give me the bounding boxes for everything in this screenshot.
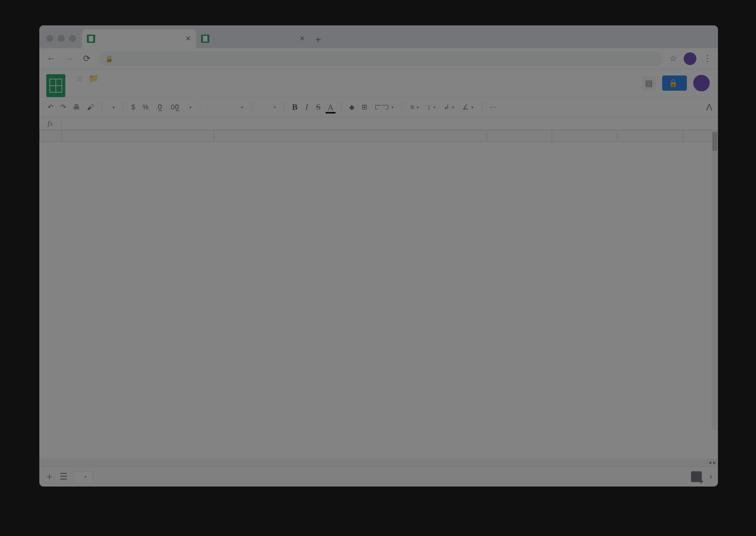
min-window-icon[interactable] <box>58 35 65 42</box>
add-sheet-icon[interactable]: ＋ <box>45 471 54 483</box>
col-header-b[interactable] <box>214 130 487 142</box>
comments-icon[interactable]: ▤ <box>642 76 656 90</box>
tab-strip: ✕ ✕ + <box>39 25 718 48</box>
redo-icon[interactable]: ↷ <box>58 101 69 113</box>
fx-icon: fx <box>39 117 61 130</box>
lock-icon: 🔒 <box>105 55 113 62</box>
toolbar: ↶ ↷ 🖶 🖌 ▾ $ % .0̲ .00̲ ▾ ▾ ▾ B I S A ◆ ⊞… <box>39 97 718 117</box>
bookmark-star-icon[interactable]: ☆ <box>670 53 677 63</box>
window-controls[interactable] <box>43 35 82 48</box>
collapse-toolbar-icon[interactable]: ᐱ <box>706 102 712 113</box>
tab-close-icon[interactable]: ✕ <box>183 35 193 43</box>
sheet-tab-bar: ＋ ☰ ▾ ‹ <box>39 466 718 486</box>
account-avatar[interactable] <box>693 75 710 91</box>
side-panel-toggle-icon[interactable]: ‹ <box>709 472 712 482</box>
font-size-select[interactable]: ▾ <box>257 103 279 111</box>
move-folder-icon[interactable]: 📁 <box>88 74 99 84</box>
merge-cells-icon[interactable]: ⫍⫎▾ <box>372 102 397 113</box>
borders-icon[interactable]: ⊞ <box>359 101 370 113</box>
sheets-favicon-icon <box>201 35 209 43</box>
paint-format-icon[interactable]: 🖌 <box>84 101 96 113</box>
zoom-select[interactable]: ▾ <box>107 103 118 111</box>
vertical-scrollbar[interactable] <box>711 130 718 430</box>
nav-back-icon[interactable]: ← <box>46 53 56 64</box>
all-sheets-icon[interactable]: ☰ <box>60 471 68 482</box>
inc-decimal-icon[interactable]: .00̲ <box>167 101 182 113</box>
close-window-icon[interactable] <box>46 35 53 42</box>
nav-reload-icon[interactable]: ⟳ <box>81 53 92 64</box>
max-window-icon[interactable] <box>69 35 76 42</box>
currency-icon[interactable]: $ <box>128 101 138 113</box>
col-header-e[interactable] <box>617 130 683 142</box>
formula-bar[interactable]: fx <box>39 117 718 130</box>
strike-icon[interactable]: S <box>313 101 323 114</box>
share-button[interactable]: 🔒 <box>662 76 687 91</box>
sheets-logo-icon[interactable] <box>46 74 65 97</box>
dec-decimal-icon[interactable]: .0̲ <box>153 101 165 113</box>
col-header-c[interactable] <box>487 130 552 142</box>
rotate-icon[interactable]: ∠▾ <box>459 102 477 113</box>
lock-icon: 🔒 <box>669 79 678 87</box>
v-align-icon[interactable]: ↕▾ <box>424 102 439 113</box>
wrap-icon[interactable]: ↲▾ <box>441 102 457 113</box>
italic-icon[interactable]: I <box>302 101 312 114</box>
more-icon[interactable]: ⋯ <box>487 101 499 113</box>
omnibox[interactable]: 🔒 <box>99 51 663 66</box>
sheet-menu-icon[interactable]: ▾ <box>84 474 86 479</box>
bold-icon[interactable]: B <box>289 101 300 114</box>
new-tab-button[interactable]: + <box>310 34 326 48</box>
scroll-right-icon[interactable]: ▸ <box>713 459 716 466</box>
fill-color-icon[interactable]: ◆ <box>346 101 357 113</box>
font-select[interactable]: ▾ <box>205 103 247 111</box>
tab-close-icon[interactable]: ✕ <box>297 35 307 43</box>
explore-icon[interactable] <box>691 471 702 482</box>
percent-icon[interactable]: % <box>140 101 151 113</box>
sheet-tab[interactable]: ▾ <box>73 471 93 482</box>
print-icon[interactable]: 🖶 <box>70 101 82 113</box>
browser-window: ✕ ✕ + ← → ⟳ 🔒 ☆ ⋮ ☆ 📁 <box>39 25 718 486</box>
undo-icon[interactable]: ↶ <box>45 101 56 113</box>
profile-avatar[interactable] <box>684 52 696 65</box>
spreadsheet-grid[interactable] <box>39 130 718 430</box>
horizontal-scrollbar[interactable]: ◂ ▸ <box>39 459 718 466</box>
browser-tab-active[interactable]: ✕ <box>82 29 196 48</box>
browser-tab-inactive[interactable]: ✕ <box>196 29 310 48</box>
col-header-d[interactable] <box>552 130 617 142</box>
select-all-corner[interactable] <box>40 130 62 142</box>
nav-forward-icon[interactable]: → <box>63 53 74 64</box>
sheets-favicon-icon <box>87 35 95 43</box>
browser-menu-icon[interactable]: ⋮ <box>703 56 711 61</box>
menu-bar <box>71 84 636 89</box>
text-color-icon[interactable]: A <box>325 101 336 114</box>
scroll-left-icon[interactable]: ◂ <box>708 459 711 466</box>
address-bar: ← → ⟳ 🔒 ☆ ⋮ <box>39 48 718 69</box>
h-align-icon[interactable]: ≡▾ <box>407 102 422 113</box>
sheets-header: ☆ 📁 ▤ 🔒 <box>39 69 718 97</box>
star-icon[interactable]: ☆ <box>76 74 83 84</box>
col-header-a[interactable] <box>62 130 214 142</box>
more-formats-select[interactable]: ▾ <box>183 103 195 111</box>
